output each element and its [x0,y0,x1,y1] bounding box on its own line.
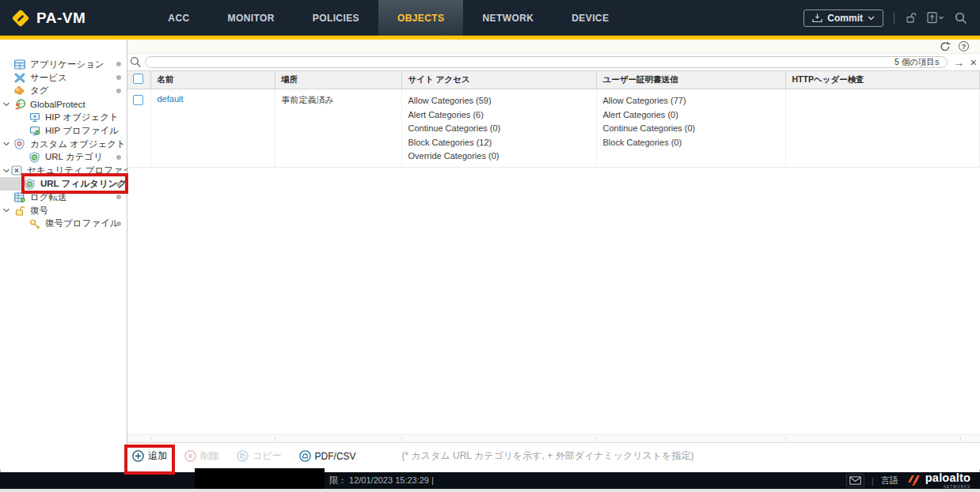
sidebar-item-label: URL カテゴリ [45,151,103,163]
footnote: (* カスタム URL カテゴリを示す, + 外部ダイナミックリストを指定) [402,449,694,463]
sidebar-item-hip-profiles[interactable]: HIP プロファイル [0,124,127,138]
log-forwarding-icon [14,191,26,202]
status-bar-right: | 言語 paloalto NETWORKS [846,472,971,489]
copy-circle-icon [237,450,249,462]
plus-circle-icon [132,450,144,462]
sidebar-item-tags[interactable]: タグ [0,85,127,98]
sidebar-item-label: URL フィルタリング [40,178,127,190]
sidebar-item-log-forwarding[interactable]: ログ転送 [0,191,127,204]
row-checkbox[interactable] [133,95,143,105]
horizontal-scrollbar[interactable] [127,434,980,442]
drag-dot [116,195,121,199]
chevron-down-icon[interactable] [3,142,13,146]
tags-icon [14,85,26,97]
pdf-csv-button[interactable]: PDF/CSV [299,450,356,462]
paloalto-logo-icon [906,475,922,486]
commit-button[interactable]: Commit [803,9,883,27]
app-title: PA-VM [36,9,85,27]
tab-objects[interactable]: OBJECTS [378,0,463,36]
tasks-envelope-icon[interactable] [846,474,864,487]
navbar-actions: Commit [803,0,980,36]
site-access-cell: Allow Categories (59) Alert Categories (… [401,89,596,168]
table-action-bar: 追加 削除 コピー PDF/CSV (* カスタム URL カテゴリを示す, +… [127,442,980,469]
delete-circle-icon [184,450,196,462]
sidebar-item-label: タグ [30,85,49,97]
drag-dot [116,89,121,93]
commit-icon [812,13,822,23]
drag-dot [116,62,121,66]
table-row: default 事前定義済み Allow Categories (59) Ale… [127,89,980,168]
pdf-csv-icon [299,450,311,462]
select-all-checkbox[interactable] [133,74,143,84]
col-header-site-access[interactable]: サイト アクセス [401,71,596,89]
sidebar-item-security-profiles[interactable]: セキュリティ プロファイル [0,164,127,177]
status-bar: 限： 12/01/2023 15:23:29 | | 言語 paloalto N… [0,472,980,489]
export-icon[interactable] [927,12,944,24]
sidebar-item-label: アプリケーション [30,59,104,70]
lock-open-icon[interactable] [905,12,917,24]
chevron-down-icon[interactable] [3,168,9,173]
divider: | [872,476,874,486]
apply-filter-arrow-icon[interactable]: → [953,57,964,68]
sidebar-item-applications[interactable]: アプリケーション [0,58,127,71]
decryption-icon [14,205,26,216]
pan-os-window: PA-VM ACC MONITOR POLICIES OBJECTS NETWO… [0,0,980,492]
main-content: ? 5 個の項目s → × 名前 場所 サイト アクセス ユーザー証明書送信 [127,40,980,469]
profile-name-link[interactable]: default [158,94,184,104]
applications-icon [14,59,26,70]
paloalto-networks-logo: paloalto NETWORKS [906,472,971,489]
http-header-cell [785,89,980,168]
sidebar-item-url-filtering[interactable]: URL フィルタリング [0,177,127,191]
col-header-user-credential[interactable]: ユーザー証明書送信 [596,71,785,89]
sidebar-item-url-category[interactable]: URL カテゴリ [0,151,127,165]
redaction-box [195,468,325,489]
tab-monitor[interactable]: MONITOR [209,0,294,36]
tab-device[interactable]: DEVICE [553,0,628,36]
url-filtering-icon [25,179,36,190]
objects-sidebar: アプリケーション サービス タグ GlobalProtect HIP オブジェク… [0,40,127,469]
sidebar-item-label: HIP プロファイル [45,125,119,137]
table-empty-area [127,168,980,435]
tab-policies[interactable]: POLICIES [294,0,378,36]
language-button[interactable]: 言語 [881,475,898,486]
tab-network[interactable]: NETWORK [463,0,553,36]
help-icon[interactable]: ? [959,41,969,51]
hip-profile-icon [29,125,41,136]
window-edge [0,489,980,492]
clear-filter-icon[interactable]: × [970,56,977,68]
location-cell: 事前定義済み [275,89,401,168]
tab-acc[interactable]: ACC [149,0,208,36]
security-profiles-icon [11,165,23,176]
add-button[interactable]: 追加 [132,449,167,463]
sidebar-item-services[interactable]: サービス [0,71,127,85]
copy-label: コピー [253,449,282,463]
globalprotect-icon [14,99,26,110]
filter-input[interactable]: 5 個の項目s [145,56,948,68]
search-icon [130,56,142,68]
sidebar-item-custom-objects[interactable]: カスタム オブジェクト [0,138,127,151]
hip-object-icon [29,112,41,123]
chevron-down-icon[interactable] [3,208,13,213]
search-icon[interactable] [955,12,967,25]
delete-button[interactable]: 削除 [184,449,219,463]
url-filtering-table: 名前 場所 サイト アクセス ユーザー証明書送信 HTTPヘッダー検査 defa… [127,70,980,168]
col-header-http-header[interactable]: HTTPヘッダー検査 [785,71,980,89]
paloalto-mark-icon [11,9,30,28]
sidebar-item-decryption[interactable]: 復号 [0,204,127,218]
refresh-icon[interactable] [940,41,951,51]
pdf-csv-label: PDF/CSV [315,451,356,462]
sidebar-item-label: セキュリティ プロファイル [27,165,141,176]
paloalto-wordmark: paloalto [925,471,971,484]
session-expiry-text: 限： 12/01/2023 15:23:29 | [329,475,434,486]
sidebar-item-globalprotect[interactable]: GlobalProtect [0,97,127,111]
filter-row: 5 個の項目s → × [127,54,980,70]
chevron-down-icon[interactable] [3,102,13,107]
col-header-location[interactable]: 場所 [275,71,401,89]
sidebar-item-decryption-profile[interactable]: 復号プロファイル [0,218,127,231]
table-header-row: 名前 場所 サイト アクセス ユーザー証明書送信 HTTPヘッダー検査 [127,71,980,89]
col-header-name[interactable]: 名前 [150,71,275,89]
drag-dot [116,75,121,80]
copy-button[interactable]: コピー [237,449,282,463]
sidebar-item-hip-objects[interactable]: HIP オブジェクト [0,111,127,124]
sidebar-item-label: サービス [30,72,67,84]
